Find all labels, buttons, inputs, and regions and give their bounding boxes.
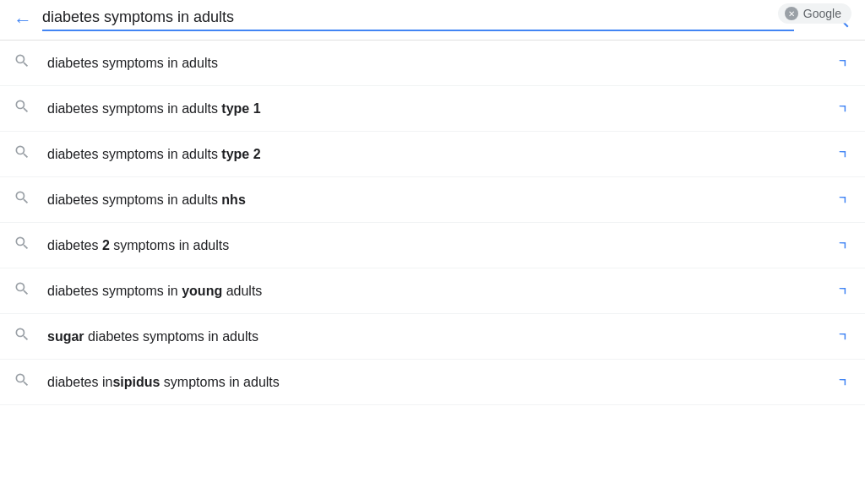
arrow-icon bbox=[836, 236, 851, 255]
suggestion-bold: sugar bbox=[47, 329, 84, 344]
suggestion-text: sugar diabetes symptoms in adults bbox=[47, 329, 836, 344]
search-icon bbox=[14, 326, 30, 347]
suggestion-text: diabetes 2 symptoms in adults bbox=[47, 238, 836, 253]
suggestion-list: diabetes symptoms in adultsdiabetes symp… bbox=[0, 41, 865, 405]
suggestion-bold: 2 bbox=[102, 238, 110, 252]
search-icon bbox=[14, 98, 30, 119]
suggestion-text: diabetes symptoms in adults type 1 bbox=[47, 101, 836, 117]
suggestion-text: diabetes symptoms in adults type 2 bbox=[47, 147, 836, 162]
badge-close-icon: ✕ bbox=[785, 7, 798, 20]
arrow-icon bbox=[836, 373, 851, 392]
arrow-icon bbox=[836, 100, 851, 118]
suggestion-bold: type 1 bbox=[221, 101, 260, 116]
suggestion-text: diabetes symptoms in adults nhs bbox=[47, 192, 836, 208]
list-item[interactable]: diabetes symptoms in young adults bbox=[0, 268, 865, 314]
arrow-icon bbox=[836, 328, 851, 346]
suggestion-bold: young bbox=[182, 284, 222, 298]
suggestion-text: diabetes symptoms in adults bbox=[47, 56, 836, 71]
search-icon bbox=[14, 52, 30, 73]
search-bar: ← × ✕ Google bbox=[0, 0, 865, 41]
google-badge: ✕ Google bbox=[778, 3, 851, 24]
suggestion-bold: sipidus bbox=[112, 375, 160, 389]
suggestion-text: diabetes symptoms in young adults bbox=[47, 284, 836, 299]
back-button[interactable]: ← bbox=[14, 9, 32, 31]
search-input-wrapper bbox=[42, 8, 794, 31]
list-item[interactable]: diabetes symptoms in adults bbox=[0, 41, 865, 86]
list-item[interactable]: diabetes insipidus symptoms in adults bbox=[0, 360, 865, 405]
list-item[interactable]: diabetes symptoms in adults type 2 bbox=[0, 132, 865, 177]
arrow-icon bbox=[836, 145, 851, 164]
search-icon bbox=[14, 235, 30, 256]
search-icon bbox=[14, 144, 30, 165]
list-item[interactable]: sugar diabetes symptoms in adults bbox=[0, 314, 865, 360]
list-item[interactable]: diabetes 2 symptoms in adults bbox=[0, 223, 865, 268]
arrow-icon bbox=[836, 191, 851, 209]
suggestion-bold: nhs bbox=[221, 192, 245, 207]
arrow-icon bbox=[836, 54, 851, 73]
search-icon bbox=[14, 371, 30, 393]
search-icon bbox=[14, 189, 30, 210]
arrow-icon bbox=[836, 282, 851, 301]
suggestion-text: diabetes insipidus symptoms in adults bbox=[47, 375, 836, 390]
search-icon bbox=[14, 280, 30, 301]
list-item[interactable]: diabetes symptoms in adults type 1 bbox=[0, 86, 865, 132]
search-input[interactable] bbox=[42, 8, 794, 26]
google-label: Google bbox=[803, 7, 841, 20]
list-item[interactable]: diabetes symptoms in adults nhs bbox=[0, 177, 865, 223]
suggestion-bold: type 2 bbox=[221, 147, 260, 161]
